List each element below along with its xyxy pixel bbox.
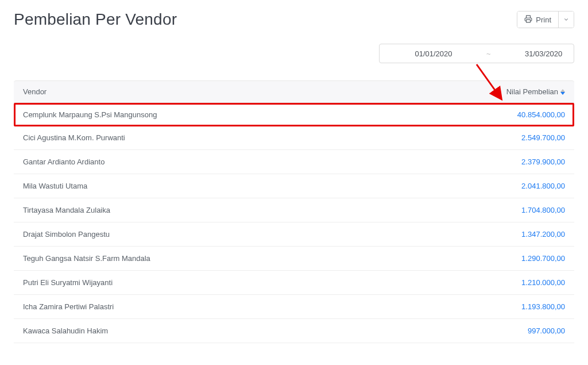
column-header-value[interactable]: Nilai Pembelian xyxy=(485,87,565,96)
print-button[interactable]: Print xyxy=(517,11,559,28)
purchase-value: 2.549.700,00 xyxy=(485,133,565,142)
table-row[interactable]: Cemplunk Marpaung S.Psi Mangunsong40.854… xyxy=(14,103,574,126)
column-header-vendor[interactable]: Vendor xyxy=(23,87,485,96)
table-row[interactable]: Teguh Gangsa Natsir S.Farm Mandala1.290.… xyxy=(14,247,574,271)
table-row[interactable]: Mila Wastuti Utama2.041.800,00 xyxy=(14,174,574,198)
vendor-name: Kawaca Salahudin Hakim xyxy=(23,326,485,335)
date-range-picker[interactable]: ~ xyxy=(379,44,574,63)
vendor-name: Tirtayasa Mandala Zulaika xyxy=(23,206,485,214)
table-row[interactable]: Cici Agustina M.Kom. Purwanti2.549.700,0… xyxy=(14,126,574,150)
date-start-input[interactable] xyxy=(385,49,482,58)
table-row[interactable]: Tirtayasa Mandala Zulaika1.704.800,00 xyxy=(14,198,574,222)
print-dropdown-toggle[interactable] xyxy=(559,11,574,28)
print-button-group: Print xyxy=(517,11,574,28)
print-button-label: Print xyxy=(536,16,551,24)
date-end-input[interactable] xyxy=(496,49,588,58)
svg-marker-6 xyxy=(560,92,565,95)
chevron-down-icon xyxy=(563,16,569,24)
purchase-value: 1.290.700,00 xyxy=(485,254,565,263)
table-header: Vendor Nilai Pembelian xyxy=(14,80,574,103)
column-header-value-label: Nilai Pembelian xyxy=(506,87,558,96)
vendor-name: Gantar Ardianto Ardianto xyxy=(23,157,485,166)
table-row[interactable]: Gantar Ardianto Ardianto2.379.900,00 xyxy=(14,150,574,174)
vendor-name: Cici Agustina M.Kom. Purwanti xyxy=(23,133,485,142)
vendor-name: Cemplunk Marpaung S.Psi Mangunsong xyxy=(23,110,485,119)
date-range-separator: ~ xyxy=(483,49,494,58)
vendor-name: Teguh Gangsa Natsir S.Farm Mandala xyxy=(23,254,485,263)
vendor-name: Putri Eli Suryatmi Wijayanti xyxy=(23,278,485,287)
table-row[interactable]: Kawaca Salahudin Hakim997.000,00 xyxy=(14,319,574,343)
vendor-name: Mila Wastuti Utama xyxy=(23,182,485,190)
page-title: Pembelian Per Vendor xyxy=(14,10,177,29)
purchase-value: 1.210.000,00 xyxy=(485,278,565,287)
vendor-table: Vendor Nilai Pembelian Cemplunk Marpaung… xyxy=(14,80,574,343)
purchase-value: 1.347.200,00 xyxy=(485,230,565,239)
purchase-value: 1.193.800,00 xyxy=(485,302,565,311)
purchase-value: 2.379.900,00 xyxy=(485,157,565,166)
purchase-value: 40.854.000,00 xyxy=(485,110,565,119)
table-row[interactable]: Putri Eli Suryatmi Wijayanti1.210.000,00 xyxy=(14,271,574,295)
purchase-value: 997.000,00 xyxy=(485,326,565,335)
purchase-value: 1.704.800,00 xyxy=(485,206,565,214)
table-row[interactable]: Drajat Simbolon Pangestu1.347.200,00 xyxy=(14,222,574,247)
svg-rect-0 xyxy=(527,20,531,22)
purchase-value: 2.041.800,00 xyxy=(485,182,565,190)
vendor-name: Icha Zamira Pertiwi Palastri xyxy=(23,302,485,311)
printer-icon xyxy=(524,15,532,25)
vendor-name: Drajat Simbolon Pangestu xyxy=(23,230,485,239)
table-body: Cemplunk Marpaung S.Psi Mangunsong40.854… xyxy=(14,103,574,343)
sort-icon xyxy=(560,89,565,95)
table-row[interactable]: Icha Zamira Pertiwi Palastri1.193.800,00 xyxy=(14,295,574,319)
